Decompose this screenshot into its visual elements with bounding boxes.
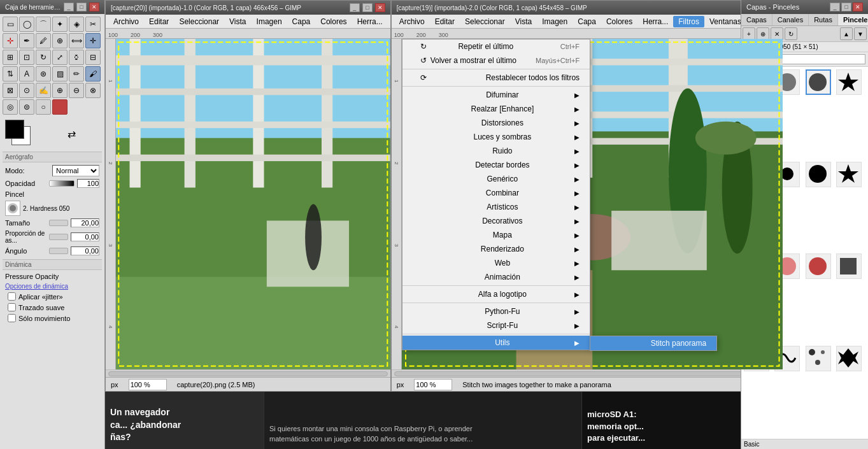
tool-color-picker[interactable]: 🖉	[36, 33, 51, 48]
brush-item-selected[interactable]	[806, 69, 831, 95]
brush-item[interactable]	[836, 162, 862, 187]
tool-bucket[interactable]: ⊛	[36, 66, 51, 82]
img1-close-btn[interactable]: ✕	[375, 3, 385, 12]
tool-eraser[interactable]: ⊠	[3, 83, 18, 98]
tab-canales[interactable]: Canales	[772, 14, 809, 25]
tool-zoom[interactable]: ⊕	[52, 33, 68, 48]
filter-item-alfa[interactable]: Alfa a logotipo ▶	[402, 287, 590, 301]
tool-align[interactable]: ⊞	[3, 50, 18, 65]
size-slider[interactable]	[49, 220, 68, 226]
tool-fg-select[interactable]: ⊹	[3, 33, 18, 48]
brush-item[interactable]	[836, 346, 862, 371]
brushes-minimize-btn[interactable]: _	[830, 3, 840, 11]
img1-menu-archivo[interactable]: Archivo	[108, 16, 144, 27]
img1-menu-herra[interactable]: Herra...	[352, 16, 388, 27]
angle-input[interactable]	[71, 246, 99, 255]
img2-scroll-h[interactable]	[392, 369, 783, 377]
img2-menu-herra[interactable]: Herra...	[637, 16, 673, 27]
size-input[interactable]	[71, 218, 99, 227]
img1-menu-colores[interactable]: Colores	[315, 16, 352, 27]
new-brush-btn[interactable]: +	[743, 27, 755, 40]
tool-blur[interactable]: ◎	[3, 99, 18, 115]
del-brush-btn[interactable]: ✕	[771, 27, 783, 40]
filter-item-luces[interactable]: Luces y sombras ▶	[402, 130, 590, 144]
img1-minimize-btn[interactable]: _	[350, 3, 360, 12]
filter-item-generico[interactable]: Genérico ▶	[402, 172, 590, 186]
filter-item-combinar[interactable]: Combinar ▶	[402, 186, 590, 200]
img1-menu-capa[interactable]: Capa	[287, 16, 316, 27]
tool-move[interactable]: ✛	[85, 33, 101, 48]
apply-jitter-checkbox[interactable]	[8, 292, 16, 301]
brushes-maximize-btn[interactable]: □	[841, 3, 851, 11]
tool-paintbrush[interactable]: 🖌	[85, 66, 101, 82]
brush-item[interactable]	[806, 253, 831, 279]
tab-capas[interactable]: Capas	[741, 14, 772, 25]
browser-item-1[interactable]: Si quieres montar una mini consola con R…	[264, 392, 582, 449]
img1-menu-seleccionar[interactable]: Seleccionar	[174, 16, 224, 27]
filter-item-decorativos[interactable]: Decorativos ▶	[402, 214, 590, 228]
filter-item-pythonfu[interactable]: Python-Fu ▶	[402, 304, 590, 318]
proportion-slider[interactable]	[49, 234, 68, 240]
tool-rect-select[interactable]: ▭	[3, 17, 18, 32]
move-up-btn[interactable]: ▲	[840, 27, 853, 40]
browser-item-2[interactable]: microSD A1:memoria opt...para ejecutar..…	[582, 392, 741, 449]
brush-item[interactable]	[836, 69, 862, 95]
tool-clone[interactable]: ⊕	[52, 83, 68, 98]
tool-scale[interactable]: ⤢	[52, 50, 68, 65]
img2-scroll-track[interactable]	[394, 371, 781, 376]
opacity-input[interactable]	[77, 179, 99, 188]
filter-item-renderizado[interactable]: Renderizado ▶	[402, 242, 590, 256]
img1-maximize-btn[interactable]: □	[362, 3, 373, 12]
filter-item-volver[interactable]: ↺ Volver a mostrar el último Mayús+Ctrl+…	[402, 53, 590, 68]
tool-flip[interactable]: ⇅	[3, 66, 18, 82]
filter-item-realzar[interactable]: Realzar [Enhance] ▶	[402, 102, 590, 116]
tool-path[interactable]: ✒	[19, 33, 34, 48]
img2-menu-filtros[interactable]: Filtros	[673, 16, 704, 27]
tool-smudge[interactable]: ⊜	[19, 99, 34, 115]
fg-color-swatch[interactable]	[5, 120, 24, 139]
dup-brush-btn[interactable]: ⊕	[757, 27, 769, 40]
filter-item-scriptfu[interactable]: Script-Fu ▶	[402, 318, 590, 332]
img1-menu-vista[interactable]: Vista	[224, 16, 251, 27]
mode-select[interactable]: Normal	[52, 165, 99, 176]
filter-item-web[interactable]: Web ▶	[402, 256, 590, 270]
move-down-btn[interactable]: ▼	[854, 27, 867, 40]
img2-menu-imagen[interactable]: Imagen	[537, 16, 573, 27]
tool-free-select[interactable]: ⌒	[36, 17, 51, 32]
tool-heal[interactable]: ⊖	[69, 83, 84, 98]
tool-rotate[interactable]: ↻	[36, 50, 51, 65]
img1-scroll-h[interactable]	[106, 369, 390, 377]
brushes-close-btn[interactable]: ✕	[853, 3, 863, 11]
tool-pencil[interactable]: ✏	[69, 66, 84, 82]
tool-fuzzy-select[interactable]: ✦	[52, 17, 68, 32]
tool-color-red[interactable]	[52, 99, 68, 115]
tool-persp-clone[interactable]: ⊗	[85, 83, 101, 98]
toolbox-close-btn[interactable]: ✕	[89, 3, 99, 11]
img2-menu-colores[interactable]: Colores	[601, 16, 637, 27]
img1-menu-imagen[interactable]: Imagen	[252, 16, 287, 27]
stitch-panorama-item[interactable]: Stitch panorama	[590, 336, 716, 350]
filter-item-difuminar[interactable]: Difuminar ▶	[402, 88, 590, 102]
tool-shear[interactable]: ⧲	[69, 50, 84, 65]
tool-blend[interactable]: ▨	[52, 66, 68, 82]
smooth-stroke-checkbox[interactable]	[8, 303, 16, 311]
brush-item[interactable]	[806, 162, 831, 187]
dynamics-options-link[interactable]: Opciones de dinámica	[5, 283, 68, 290]
only-movement-checkbox[interactable]	[8, 314, 16, 322]
img2-zoom-input[interactable]	[414, 379, 452, 390]
tool-measure[interactable]: ⟺	[69, 33, 84, 48]
filter-item-distorsiones[interactable]: Distorsiones ▶	[402, 116, 590, 130]
brush-preview[interactable]	[5, 201, 20, 216]
img2-menu-archivo[interactable]: Archivo	[394, 16, 430, 27]
img1-scroll-track[interactable]	[108, 371, 388, 376]
brush-item[interactable]	[806, 346, 831, 371]
filter-item-animacion[interactable]: Animación ▶	[402, 270, 590, 284]
img2-menu-editar[interactable]: Editar	[430, 16, 460, 27]
brush-item[interactable]	[836, 253, 862, 279]
opacity-slider[interactable]	[49, 180, 75, 187]
toolbox-maximize-btn[interactable]: □	[76, 3, 87, 11]
tool-ellipse-select[interactable]: ◯	[19, 17, 34, 32]
tool-ink[interactable]: ✍	[36, 83, 51, 98]
filter-item-restablecer[interactable]: ⟳ Restablecer todos los filtros	[402, 71, 590, 85]
filter-item-detectar[interactable]: Detectar bordes ▶	[402, 158, 590, 172]
